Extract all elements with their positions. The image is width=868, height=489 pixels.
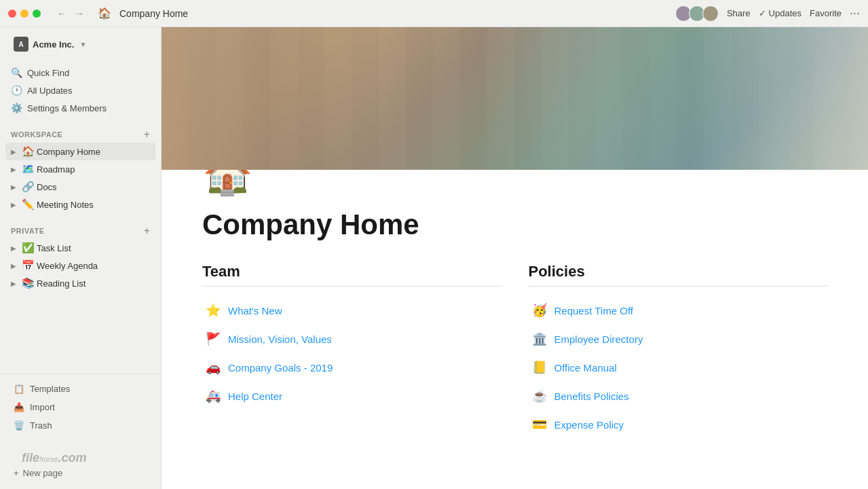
workspace-chevron-icon: ▼ <box>79 41 86 48</box>
check-icon: ✅ <box>22 242 34 254</box>
calendar-icon: 📅 <box>22 259 34 272</box>
flag-icon: 🚩 <box>205 331 221 346</box>
sidebar-item-settings[interactable]: ⚙️ Settings & Members <box>5 99 155 117</box>
chevron-icon: ▶ <box>11 201 19 209</box>
search-icon: 🔍 <box>11 67 22 78</box>
list-item[interactable]: 🚩 Mission, Vision, Values <box>202 326 502 352</box>
list-item[interactable]: 💳 Expense Policy <box>529 412 828 437</box>
chevron-icon: ▶ <box>11 166 19 173</box>
list-item[interactable]: 🥳 Request Time Off <box>529 297 828 323</box>
list-item[interactable]: 📒 Office Manual <box>529 355 828 380</box>
clock-icon: 🕐 <box>11 85 22 96</box>
item-options-button[interactable]: ··· <box>132 145 141 158</box>
team-section: Team ⭐ What's New 🚩 Mission, Vision, Val… <box>202 263 502 437</box>
trash-icon: 🗑️ <box>14 420 24 431</box>
sidebar-bottom: 📋 Templates 📥 Import 🗑️ Trash <box>0 374 161 440</box>
workspace-section-label: WORKSPACE <box>11 130 62 139</box>
policies-list: 🥳 Request Time Off 🏛️ Employee Directory… <box>529 297 828 437</box>
content-grid: Team ⭐ What's New 🚩 Mission, Vision, Val… <box>202 263 827 437</box>
favorite-button[interactable]: Favorite <box>810 8 842 18</box>
page-icon: 🏠 <box>98 7 111 20</box>
titlebar-title: Company Home <box>119 8 188 19</box>
sidebar-item-reading-list[interactable]: ▶ 📚 Reading List <box>5 274 155 292</box>
sidebar-item-docs[interactable]: ▶ 🔗 Docs <box>5 178 155 196</box>
policies-section-title: Policies <box>529 263 828 287</box>
sidebar-item-templates[interactable]: 📋 Templates <box>11 380 150 398</box>
roadmap-icon: 🗺️ <box>22 163 34 175</box>
building-icon: 🏛️ <box>531 331 548 346</box>
coffee-icon: ☕ <box>531 388 548 403</box>
sidebar-item-roadmap[interactable]: ▶ 🗺️ Roadmap <box>5 160 155 178</box>
policies-section: Policies 🥳 Request Time Off 🏛️ Employee … <box>529 263 828 437</box>
home-icon: 🏠 <box>22 145 34 158</box>
maximize-button[interactable] <box>33 10 41 18</box>
titlebar-right: Share ✓ Updates Favorite ··· <box>675 5 860 22</box>
notebook-icon: 📒 <box>531 360 548 375</box>
sidebar-top: A Acme Inc. ▼ <box>0 27 161 61</box>
private-add-button[interactable]: + <box>144 225 150 236</box>
workspace-add-button[interactable]: + <box>144 129 150 140</box>
car-icon: 🚗 <box>205 360 221 375</box>
private-section-header: PRIVATE + <box>5 224 155 238</box>
updates-button[interactable]: ✓ Updates <box>759 8 801 18</box>
sidebar-item-meeting-notes[interactable]: ▶ ✏️ Meeting Notes <box>5 196 155 213</box>
close-button[interactable] <box>8 10 16 18</box>
avatar-group <box>675 5 719 22</box>
share-button[interactable]: Share <box>727 8 751 18</box>
party-icon: 🥳 <box>531 303 548 318</box>
chevron-icon: ▶ <box>11 262 19 270</box>
new-page-button[interactable]: + New page <box>11 465 150 481</box>
sidebar-footer: filehorse.com + New page <box>0 440 161 489</box>
workspace-avatar: A <box>14 37 29 52</box>
sidebar-item-import[interactable]: 📥 Import <box>11 398 150 416</box>
more-options-button[interactable]: ··· <box>850 6 860 20</box>
sidebar-item-weekly-agenda[interactable]: ▶ 📅 Weekly Agenda <box>5 257 155 274</box>
chevron-icon: ▶ <box>11 148 19 156</box>
card-icon: 💳 <box>531 417 548 432</box>
nav-buttons: ← → <box>54 7 87 20</box>
list-item[interactable]: 🚑 Help Center <box>202 383 502 409</box>
traffic-lights <box>8 10 41 18</box>
filehorse-logo: filehorse.com <box>11 446 150 465</box>
pencil-icon: ✏️ <box>22 198 34 211</box>
sidebar-nav: 🔍 Quick Find 🕐 All Updates ⚙️ Settings &… <box>0 61 161 120</box>
template-icon: 📋 <box>14 384 24 394</box>
hero-banner <box>162 27 868 170</box>
docs-icon: 🔗 <box>22 181 34 193</box>
sidebar-item-all-updates[interactable]: 🕐 All Updates <box>5 82 155 99</box>
ambulance-icon: 🚑 <box>205 388 221 403</box>
chevron-icon: ▶ <box>11 280 19 287</box>
private-section: PRIVATE + ▶ ✅ Task List ▶ 📅 Weekly Agend… <box>0 216 161 295</box>
workspace-header[interactable]: A Acme Inc. ▼ <box>8 33 153 56</box>
back-button[interactable]: ← <box>54 7 69 20</box>
workspace-name: Acme Inc. <box>33 39 74 50</box>
gear-icon: ⚙️ <box>11 103 22 113</box>
private-section-label: PRIVATE <box>11 227 45 235</box>
workspace-section-header: WORKSPACE + <box>5 128 155 141</box>
forward-button[interactable]: → <box>72 7 87 20</box>
chevron-icon: ▶ <box>11 183 19 191</box>
sidebar: A Acme Inc. ▼ 🔍 Quick Find 🕐 All Updates… <box>0 27 162 489</box>
sidebar-item-company-home[interactable]: ▶ 🏠 Company Home ··· + <box>5 143 155 160</box>
workspace-section: WORKSPACE + ▶ 🏠 Company Home ··· + ▶ 🗺️ … <box>0 120 161 216</box>
star-icon: ⭐ <box>205 303 221 318</box>
team-section-title: Team <box>202 263 502 287</box>
list-item[interactable]: ⭐ What's New <box>202 297 502 323</box>
list-item[interactable]: 🚗 Company Goals - 2019 <box>202 355 502 380</box>
sidebar-item-trash[interactable]: 🗑️ Trash <box>11 416 150 435</box>
list-item[interactable]: 🏛️ Employee Directory <box>529 326 828 352</box>
item-add-button[interactable]: + <box>143 145 150 158</box>
list-item[interactable]: ☕ Benefits Policies <box>529 383 828 409</box>
titlebar: ← → 🏠 Company Home Share ✓ Updates Favor… <box>0 0 868 27</box>
import-icon: 📥 <box>14 402 24 412</box>
chevron-icon: ▶ <box>11 244 19 252</box>
sidebar-item-quick-find[interactable]: 🔍 Quick Find <box>5 64 155 82</box>
page-content: 🏠 Company Home Team ⭐ What's New 🚩 Missi… <box>162 149 868 478</box>
minimize-button[interactable] <box>20 10 29 18</box>
main-content: 🏠 Company Home Team ⭐ What's New 🚩 Missi… <box>162 27 868 489</box>
team-list: ⭐ What's New 🚩 Mission, Vision, Values 🚗… <box>202 297 502 409</box>
hero-photo <box>162 27 868 170</box>
app-layout: A Acme Inc. ▼ 🔍 Quick Find 🕐 All Updates… <box>0 27 868 489</box>
page-title: Company Home <box>202 209 827 241</box>
sidebar-item-task-list[interactable]: ▶ ✅ Task List <box>5 239 155 257</box>
